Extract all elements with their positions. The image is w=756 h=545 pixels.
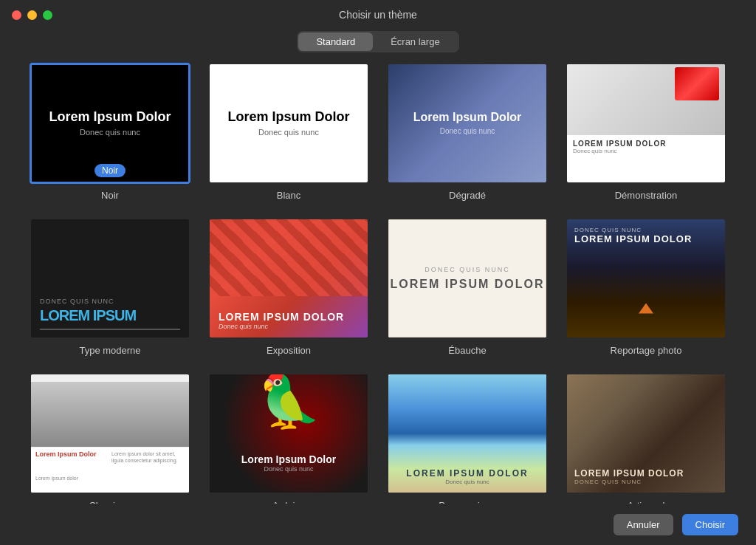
- theme-preview-classique[interactable]: Lorem Ipsum Dolor Lorem ipsum dolor sit …: [30, 373, 190, 494]
- theme-demonstration-label: Démonstration: [615, 190, 678, 201]
- themes-grid: Lorem Ipsum Dolor Donec quis nunc Noir N…: [0, 63, 756, 513]
- tab-bar: Standard Écran large: [0, 31, 756, 52]
- theme-item-degrade[interactable]: Lorem Ipsum Dolor Donec quis nunc Dégrad…: [387, 63, 548, 203]
- choose-button[interactable]: Choisir: [682, 514, 738, 535]
- theme-degrade-label: Dégradé: [449, 190, 486, 201]
- theme-preview-noir[interactable]: Lorem Ipsum Dolor Donec quis nunc Noir: [30, 63, 190, 184]
- tab-wide[interactable]: Écran large: [373, 32, 457, 51]
- theme-degrade-sub: Donec quis nunc: [440, 127, 495, 135]
- theme-preview-exposition[interactable]: LOREM IPSUM DOLOR Donec quis nunc: [208, 218, 369, 339]
- theme-degrade-title: Lorem Ipsum Dolor: [413, 111, 522, 124]
- tab-group: Standard Écran large: [297, 31, 458, 52]
- theme-blanc-label: Blanc: [277, 190, 301, 201]
- theme-item-demonstration[interactable]: LOREM IPSUM DOLOR Donec quis nunc Démons…: [566, 63, 726, 203]
- theme-reportage-photo-label: Reportage photo: [611, 345, 682, 356]
- theme-exposition-label: Exposition: [267, 345, 311, 356]
- theme-ebauche-label: Ébauche: [448, 345, 486, 356]
- theme-preview-artisanal[interactable]: LOREM IPSUM DOLOR DONEC QUIS NUNC: [566, 373, 726, 494]
- theme-item-exposition[interactable]: LOREM IPSUM DOLOR Donec quis nunc Exposi…: [208, 218, 369, 358]
- close-button[interactable]: [12, 10, 21, 20]
- tab-standard[interactable]: Standard: [298, 32, 373, 51]
- theme-type-moderne-label: Type moderne: [79, 345, 140, 356]
- theme-item-noir[interactable]: Lorem Ipsum Dolor Donec quis nunc Noir N…: [30, 63, 190, 203]
- theme-preview-reportage-photo[interactable]: DONEC QUIS NUNC LOREM IPSUM DOLOR: [566, 218, 726, 339]
- theme-preview-panoramique[interactable]: LOREM IPSUM DOLOR Donec quis nunc: [387, 373, 548, 494]
- footer: Annuler Choisir: [0, 504, 756, 545]
- theme-item-type-moderne[interactable]: DONEC QUIS NUNC LOREM IPSUM Type moderne: [30, 218, 190, 358]
- theme-noir-label: Noir: [101, 190, 119, 201]
- theme-blanc-title: Lorem Ipsum Dolor: [227, 109, 349, 125]
- theme-item-ebauche[interactable]: DONEC QUIS NUNC LOREM IPSUM DOLOR Ébauch…: [387, 218, 548, 358]
- theme-preview-degrade[interactable]: Lorem Ipsum Dolor Donec quis nunc: [387, 63, 548, 184]
- theme-preview-ardoise[interactable]: 🦜 Lorem Ipsum Dolor Donec quis nunc: [208, 373, 369, 494]
- window-title: Choisir un thème: [339, 9, 417, 21]
- theme-noir-title: Lorem Ipsum Dolor: [49, 109, 171, 125]
- theme-demo-image: [567, 64, 725, 135]
- parrot-icon: 🦜: [257, 374, 321, 431]
- theme-preview-blanc[interactable]: Lorem Ipsum Dolor Donec quis nunc: [208, 63, 369, 184]
- minimize-button[interactable]: [27, 10, 37, 20]
- cancel-button[interactable]: Annuler: [614, 514, 673, 535]
- theme-item-classique[interactable]: Lorem Ipsum Dolor Lorem ipsum dolor sit …: [30, 373, 190, 513]
- theme-item-reportage-photo[interactable]: DONEC QUIS NUNC LOREM IPSUM DOLOR Report…: [566, 218, 726, 358]
- title-bar: Choisir un thème: [0, 0, 756, 27]
- theme-item-artisanal[interactable]: LOREM IPSUM DOLOR DONEC QUIS NUNC Artisa…: [566, 373, 726, 513]
- theme-noir-sub: Donec quis nunc: [80, 128, 140, 137]
- theme-item-blanc[interactable]: Lorem Ipsum Dolor Donec quis nunc Blanc: [208, 63, 369, 203]
- theme-preview-demonstration[interactable]: LOREM IPSUM DOLOR Donec quis nunc: [566, 63, 726, 184]
- maximize-button[interactable]: [43, 10, 52, 20]
- theme-demo-text: LOREM IPSUM DOLOR Donec quis nunc: [567, 135, 725, 182]
- window-controls: [12, 10, 52, 20]
- theme-preview-type-moderne[interactable]: DONEC QUIS NUNC LOREM IPSUM: [30, 218, 190, 339]
- theme-item-ardoise[interactable]: 🦜 Lorem Ipsum Dolor Donec quis nunc Ardo…: [208, 373, 369, 513]
- theme-preview-ebauche[interactable]: DONEC QUIS NUNC LOREM IPSUM DOLOR: [387, 218, 548, 339]
- theme-item-panoramique[interactable]: LOREM IPSUM DOLOR Donec quis nunc Panora…: [387, 373, 548, 513]
- theme-blanc-sub: Donec quis nunc: [258, 128, 319, 137]
- theme-noir-badge: Noir: [94, 164, 126, 177]
